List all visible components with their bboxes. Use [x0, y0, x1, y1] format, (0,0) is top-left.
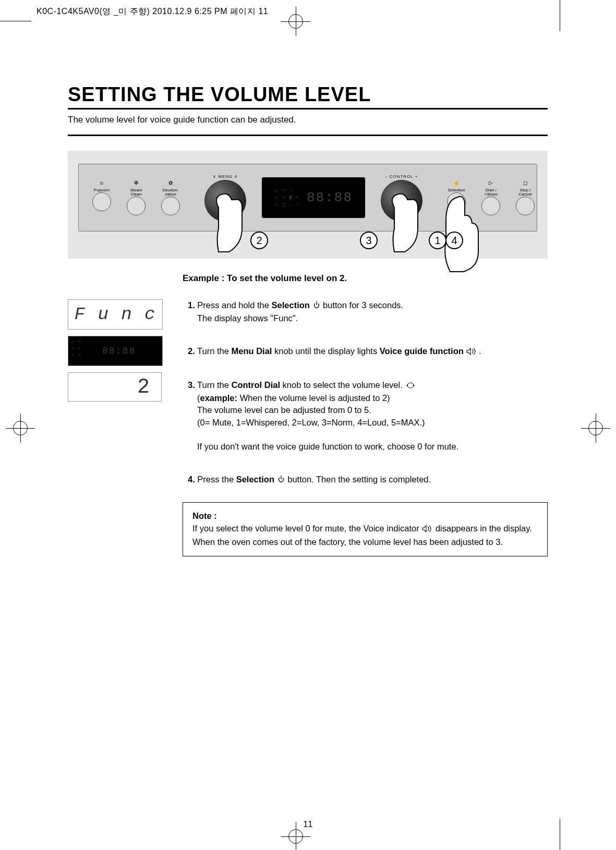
note-line2: When the oven comes out of the factory, … — [192, 537, 503, 547]
registration-mark-icon — [288, 829, 303, 844]
step-1-text2: button for 3 seconds. — [323, 300, 403, 310]
lcd-display: △▭☼◦ ▭▭◧• ▭◫⌂~ 88:88 — [262, 177, 366, 218]
crop-mark — [560, 0, 560, 31]
divider — [68, 135, 548, 136]
selection-icon: ☝ — [445, 180, 468, 186]
step-3-text: Turn the — [197, 380, 231, 390]
voice-indicator-icon — [421, 524, 433, 536]
step-3-text3: When the volume level is adjusted to 2) — [237, 393, 390, 403]
display-level-2: 2 — [68, 372, 162, 402]
steam-clean-label: Steam Clean — [125, 188, 148, 197]
step-4-bold: Selection — [236, 475, 274, 484]
callout-3: 3 — [360, 232, 378, 249]
step-4-text: Press the — [197, 475, 236, 484]
deodorization-button: ✿ Deodori- zation — [159, 180, 182, 215]
display-seg-text: 88:88 — [102, 346, 136, 356]
deodorization-label: Deodori- zation — [159, 188, 182, 197]
control-dial-label: – CONTROL + — [385, 174, 418, 179]
display-2-text: 2 — [137, 375, 151, 399]
note-title: Note : — [192, 511, 217, 520]
example-heading: Example : To set the volume level on 2. — [183, 273, 548, 284]
stop-icon: ◻ — [514, 180, 537, 186]
step-1-bold: Selection — [272, 300, 310, 310]
step-1-text: Press and hold the — [197, 300, 271, 310]
step-4-num: 4. — [188, 475, 195, 484]
step-1: 1. Press and hold the Selection button f… — [188, 299, 548, 324]
step-3-num: 3. — [188, 380, 195, 390]
display-segment: 88:88 — [307, 190, 353, 205]
print-meta: K0C-1C4K5AV0(영 _미 주향) 2010.12.9 6:25 PM … — [37, 6, 268, 17]
callout-1: 1 — [429, 232, 446, 249]
step-2-text3: . — [476, 346, 481, 356]
step-4: 4. Press the Selection button. Then the … — [188, 473, 548, 487]
page-subtitle: The volume level for voice guide functio… — [68, 115, 548, 125]
callout-4: 4 — [445, 232, 463, 249]
step-3-text4: The volume level can be adjusted from 0 … — [197, 404, 371, 416]
crop-mark — [0, 21, 31, 21]
control-panel-figure: ⎋ Popcorn ❆ Steam Clean ✿ Deodori- zatio… — [68, 151, 548, 259]
display-func: F u n c — [68, 299, 163, 330]
popcorn-button: ⎋ Popcorn — [90, 180, 113, 215]
display-func-text: F u n c — [75, 305, 156, 324]
stop-button: ◻ Stop / Cancel — [514, 180, 537, 215]
note-line1a: If you select the volume level 0 for mut… — [192, 524, 421, 533]
step-3-bold: Control Dial — [231, 380, 280, 390]
step-2-text2: knob until the display lights — [272, 346, 379, 356]
stop-label: Stop / Cancel — [514, 188, 537, 197]
control-dial-zone: – CONTROL + — [368, 174, 434, 222]
step-2: 2. Turn the Menu Dial knob until the dis… — [188, 345, 548, 358]
display-icons: △▭☼◦ ▭▭◧• ▭◫⌂~ — [274, 188, 301, 208]
deodor-icon: ✿ — [159, 180, 182, 186]
selection-label: Selection — [445, 188, 468, 192]
svg-point-0 — [407, 383, 414, 388]
registration-mark-icon — [288, 14, 303, 29]
menu-dial-label: ∨ MENU ∧ — [213, 174, 238, 179]
registration-mark-icon — [13, 421, 28, 435]
menu-dial-zone: ∨ MENU ∧ — [192, 174, 259, 222]
page-number: 11 — [304, 820, 313, 829]
right-button-group: ☝ Selection ▷ Start / +30sec ◻ Stop / Ca… — [445, 180, 537, 215]
page-title: SETTING THE VOLUME LEVEL — [68, 83, 548, 110]
step-3-text6: If you don't want the voice guide functi… — [197, 441, 458, 453]
step-3-bold2: example: — [200, 393, 238, 403]
step-2-bold2: Voice guide function — [380, 346, 464, 356]
display-icons: △▭▭▭▭◫ — [71, 339, 85, 362]
popcorn-label: Popcorn — [90, 188, 113, 192]
step-2-bold: Menu Dial — [231, 346, 272, 356]
selection-icon — [312, 300, 321, 312]
step-3: 3. Turn the Control Dial knob to select … — [188, 379, 548, 453]
selection-button: ☝ Selection — [445, 180, 468, 215]
start-icon: ▷ — [479, 180, 502, 186]
crop-mark — [560, 819, 560, 850]
popcorn-icon: ⎋ — [90, 180, 113, 186]
display-voice-guide: △▭▭▭▭◫ 88:88 — [68, 336, 163, 366]
step-2-num: 2. — [188, 346, 195, 356]
step-1-text3: The display shows "Func". — [197, 312, 298, 324]
step-displays: F u n c △▭▭▭▭◫ 88:88 2 — [68, 299, 172, 492]
steam-clean-button: ❆ Steam Clean — [125, 180, 148, 215]
note-line1b: disappears in the display. — [436, 524, 532, 533]
steam-icon: ❆ — [125, 180, 148, 186]
step-list: 1. Press and hold the Selection button f… — [188, 299, 548, 492]
start-label: Start / +30sec — [479, 188, 502, 197]
step-4-text2: button. Then the setting is completed. — [287, 475, 431, 484]
note-box: Note : If you select the volume level 0 … — [183, 502, 548, 556]
voice-icon — [466, 346, 476, 358]
left-button-group: ⎋ Popcorn ❆ Steam Clean ✿ Deodori- zatio… — [90, 180, 182, 215]
step-1-num: 1. — [188, 300, 195, 310]
registration-mark-icon — [588, 421, 603, 435]
callout-2: 2 — [250, 232, 268, 249]
callout-row: 2 3 1 4 — [78, 232, 537, 249]
dial-icon — [406, 380, 415, 392]
step-3-text5: (0= Mute, 1=Whispered, 2=Low, 3=Norm, 4=… — [197, 417, 425, 429]
control-panel: ⎋ Popcorn ❆ Steam Clean ✿ Deodori- zatio… — [78, 164, 537, 232]
step-2-text: Turn the — [197, 346, 231, 356]
step-3-text2: knob to select the volume level. — [280, 380, 403, 390]
selection-icon — [277, 475, 285, 487]
start-button: ▷ Start / +30sec — [479, 180, 502, 215]
